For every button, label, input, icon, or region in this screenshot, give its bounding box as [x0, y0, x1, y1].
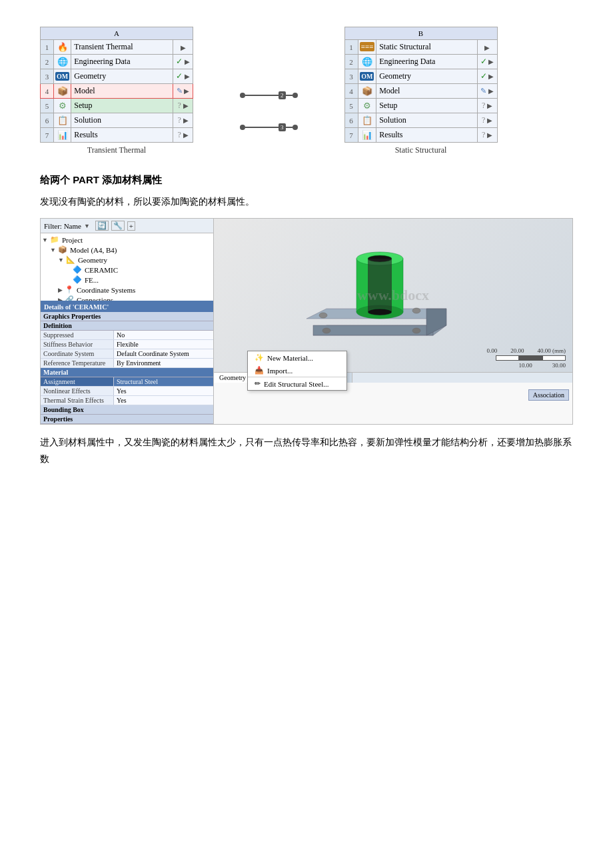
connector-lines: 2 3: [240, 91, 298, 131]
ctx-import[interactable]: 📥 Import...: [248, 364, 346, 377]
table-row[interactable]: 1 🔥 Transient Thermal ▶: [41, 40, 193, 55]
table-row[interactable]: 7 📊 Results ? ▶: [41, 128, 193, 143]
mechanical-screenshot: Filter: Name ▼ 🔄 🔧 + ▼ 📁 Project ▼ 📦 Mod…: [40, 218, 573, 425]
conn-line-2: 2: [240, 91, 298, 99]
ruler-top-labels: 0.00 20.00 40.00 (mm): [487, 347, 566, 354]
section-properties: Properties: [41, 415, 213, 424]
filter-btn3[interactable]: +: [127, 221, 135, 231]
detail-key: Coordinate System: [41, 349, 114, 358]
svg-point-6: [322, 328, 330, 333]
row-num: 3: [344, 69, 358, 84]
workbench-diagram: A 1 🔥 Transient Thermal ▶ 2 🌐 Engineerin…: [40, 27, 573, 155]
detail-val: By Environment: [114, 359, 213, 367]
tree-item-connections[interactable]: ▶ 🔗 Connections: [42, 295, 212, 301]
table-row[interactable]: 2 🌐 Engineering Data ✓ ▶: [344, 55, 497, 69]
detail-ref-temp: Reference Temperature By Environment: [41, 359, 213, 368]
row-label: Transient Thermal: [71, 40, 173, 55]
ruler-label-20: 20.00: [510, 347, 524, 354]
project-tree: ▼ 📁 Project ▼ 📦 Model (A4, B4) ▼ 📐 Geome…: [41, 233, 213, 301]
ctx-new-material[interactable]: ✨ New Material...: [248, 351, 346, 364]
table-row[interactable]: 6 📋 Solution ? ▶: [41, 113, 193, 128]
context-menu: ✨ New Material... 📥 Import... ✏ Edit Str…: [247, 351, 347, 391]
tree-arrow: ▶: [58, 287, 63, 293]
row-label: Solution: [71, 113, 173, 128]
tree-item-model[interactable]: ▼ 📦 Model (A4, B4): [42, 245, 212, 255]
row-label: Solution: [376, 113, 477, 128]
section-material: Material: [41, 368, 213, 377]
tree-label: Project: [62, 236, 83, 244]
tree-icon-model: 📦: [58, 245, 67, 254]
filter-btn2[interactable]: 🔧: [111, 221, 125, 231]
row-icon: ⚙: [54, 99, 71, 113]
row-label: Results: [376, 128, 477, 143]
ctx-label: New Material...: [267, 354, 313, 362]
tree-item-coord[interactable]: ▶ 📍 Coordinate Systems: [42, 285, 212, 295]
row-status: ? ▶: [477, 128, 497, 143]
para2: 进入到材料属性中，又发生陶瓷的材料属性太少，只有一点热传导率和比热容，要新加弹性…: [40, 434, 573, 467]
viewport-3d[interactable]: 0.00 20.00 40.00 (mm) 10.00 30.00 www.bd: [214, 219, 572, 372]
ctx-label: Edit Structural Steel...: [264, 380, 328, 388]
detail-assignment[interactable]: Assignment Structural Steel: [41, 377, 213, 387]
column-a-header: A: [41, 27, 193, 40]
ruler-line-top: [496, 355, 566, 361]
row-status: ? ▶: [173, 128, 193, 143]
conn-line-seg3: [245, 127, 279, 128]
row-status: ? ▶: [477, 113, 497, 128]
tab-geometry[interactable]: Geometry: [214, 373, 252, 383]
tree-icon-geometry: 📐: [66, 255, 75, 264]
system-a-title: Transient Thermal: [40, 145, 193, 155]
row-status: ✓ ▶: [477, 55, 497, 69]
tree-item-project[interactable]: ▼ 📁 Project: [42, 235, 212, 245]
table-row-highlighted[interactable]: 4 📦 Model ✎ ▶: [41, 84, 193, 99]
edit-icon: ✏: [255, 379, 261, 388]
tree-item-fe[interactable]: ▶ 🔷 FE...: [42, 275, 212, 285]
tree-item-geometry[interactable]: ▼ 📐 Geometry: [42, 255, 212, 265]
table-row[interactable]: 6 📋 Solution ? ▶: [344, 113, 497, 128]
ctx-edit-steel[interactable]: ✏ Edit Structural Steel...: [248, 377, 346, 390]
table-row[interactable]: 3 OM Geometry ✓ ▶: [344, 69, 497, 84]
svg-rect-12: [368, 259, 392, 312]
table-row[interactable]: 5 ⚙ Setup ? ▶: [41, 99, 193, 113]
table-row[interactable]: 3 OM Geometry ✓ ▶: [41, 69, 193, 84]
conn-dot-left2: [240, 125, 245, 130]
row-num: 4: [344, 84, 358, 99]
conn-label2: 3: [279, 123, 286, 131]
ruler-seg: [496, 355, 519, 361]
conn-dot-right2: [293, 125, 298, 130]
conn-line-3: 3: [240, 123, 298, 131]
detail-thermal-strain: Thermal Strain Effects Yes: [41, 396, 213, 405]
ruler-area: 0.00 20.00 40.00 (mm) 10.00 30.00: [487, 347, 566, 369]
table-row[interactable]: 7 📊 Results ? ▶: [344, 128, 497, 143]
svg-point-4: [319, 313, 327, 318]
row-num: 7: [41, 128, 54, 143]
table-row[interactable]: 1 ≡≡≡ Static Structural ▶: [344, 40, 497, 55]
filter-dropdown-icon[interactable]: ▼: [84, 223, 90, 229]
row-num: 5: [344, 99, 358, 113]
row-num: 6: [41, 113, 54, 128]
detail-key: Suppressed: [41, 331, 114, 339]
connector-area: 2 3: [233, 27, 305, 155]
section-definition: Definition: [41, 321, 213, 331]
ruler-seg: [519, 355, 542, 361]
row-num: 7: [344, 128, 358, 143]
table-row[interactable]: 4 📦 Model ✎ ▶: [344, 84, 497, 99]
row-status: ✎ ▶: [173, 84, 193, 99]
new-material-icon: ✨: [255, 353, 264, 362]
row-icon: 🌐: [358, 55, 376, 69]
row-num: 4: [41, 84, 54, 99]
model-svg: [287, 222, 500, 369]
detail-val: Structural Steel: [114, 377, 213, 386]
table-row[interactable]: 2 🌐 Engineering Data ✓ ▶: [41, 55, 193, 69]
system-a-table: A 1 🔥 Transient Thermal ▶ 2 🌐 Engineerin…: [40, 27, 193, 143]
detail-coord-sys: Coordinate System Default Coordinate Sys…: [41, 349, 213, 359]
detail-key: Nonlinear Effects: [41, 387, 114, 395]
row-num: 1: [344, 40, 358, 55]
row-icon: OM: [358, 69, 376, 84]
ctx-label: Import...: [267, 367, 293, 375]
details-panel: Details of 'CERAMIC' Graphics Properties…: [41, 301, 213, 424]
filter-btn1[interactable]: 🔄: [95, 221, 109, 231]
tree-item-ceramic[interactable]: ▶ 🔷 CERAMIC: [42, 265, 212, 275]
row-status: ? ▶: [477, 99, 497, 113]
row-icon: 🔥: [54, 40, 71, 55]
table-row[interactable]: 5 ⚙ Setup ? ▶: [344, 99, 497, 113]
